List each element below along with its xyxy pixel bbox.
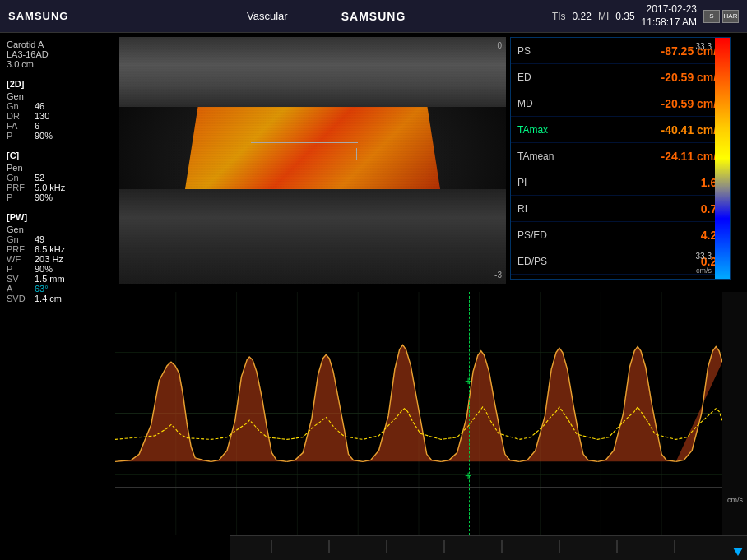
2d-dr-value: 130: [35, 111, 49, 121]
tissue-top: [119, 37, 506, 107]
left-panel: Carotid A LA3-16AD 3.0 cm [2D] Gen Gn 46…: [0, 33, 115, 560]
pw-sv: SV 1.5 mm: [7, 274, 109, 284]
datetime: 2017-02-23 11:58:17 AM: [642, 3, 697, 29]
color-p: P 90%: [7, 192, 109, 202]
timeline-svg: [230, 536, 722, 560]
date-value: 2017-02-23: [642, 3, 697, 16]
pw-a-label: A: [7, 284, 31, 294]
s-icon: S: [703, 10, 720, 23]
pw-a-value: 63°: [35, 284, 49, 294]
2d-fa-value: 6: [35, 121, 39, 131]
main-content: SAMSUNGHS40 0 -3 PS -87.25 cm/s: [115, 33, 747, 560]
2d-gn-value: 46: [35, 101, 44, 111]
depth-0: 0: [497, 41, 502, 50]
pw-gn-label: Gn: [7, 234, 31, 244]
color-p-value: 90%: [35, 192, 53, 202]
2d-title: [2D]: [7, 79, 109, 89]
2d-p-label: P: [7, 131, 31, 141]
2d-gn-label: Gn: [7, 101, 31, 111]
pw-prf-value: 6.5 kHz: [35, 244, 65, 254]
pw-sv-label: SV: [7, 274, 31, 284]
tamax-value: -40.41 cm/s: [661, 123, 724, 137]
pw-svd: SVD 1.4 cm: [7, 294, 109, 303]
pw-sv-value: 1.5 mm: [35, 274, 65, 284]
pw-svd-label: SVD: [7, 294, 31, 303]
ri-label: RI: [517, 203, 575, 215]
mi-label: MI: [598, 11, 609, 22]
md-label: MD: [517, 98, 575, 109]
pw-gn-value: 49: [35, 234, 44, 244]
pw-wf-label: WF: [7, 254, 31, 264]
svg-rect-14: [230, 536, 722, 560]
pw-p-label: P: [7, 264, 31, 274]
md-row: MD -20.59 cm/s: [511, 90, 730, 117]
color-gn-value: 52: [35, 173, 44, 183]
pw-waveform-container: [115, 292, 722, 535]
2d-fa: FA 6: [7, 121, 109, 131]
pw-prf-label: PRF: [7, 244, 31, 254]
pw-p-value: 90%: [35, 264, 53, 274]
color-prf-value: 5.0 kHz: [35, 183, 65, 192]
color-gn: Gn 52: [7, 173, 109, 183]
caliper-v2: [356, 148, 357, 160]
pw-section-left: [PW] Gen Gn 49 PRF 6.5 kHz WF 203 Hz P 9…: [7, 212, 109, 303]
probe-name: Carotid A: [7, 39, 109, 49]
probe-depth: 3.0 cm: [7, 59, 109, 69]
ps-value: -87.25 cm/s: [661, 44, 724, 58]
2d-p-value: 90%: [35, 131, 53, 141]
tamax-label: TAmax: [517, 124, 575, 136]
edps-label: ED/PS: [517, 256, 575, 267]
color-scale-unit: cm/s: [696, 266, 712, 275]
pw-p: P 90%: [7, 264, 109, 274]
color-gradient: [715, 38, 730, 279]
cursor-v2: [469, 292, 470, 535]
tissue-bottom: [119, 189, 506, 284]
2d-dr-label: DR: [7, 111, 31, 121]
ri-row: RI 0.76: [511, 196, 730, 222]
pw-gen: Gen: [7, 224, 109, 234]
color-p-label: P: [7, 192, 31, 202]
pw-wf-value: 203 Hz: [35, 254, 63, 264]
triangle-marker: [733, 548, 743, 556]
pw-scale-unit: cm/s: [727, 496, 743, 504]
probe-info: Carotid A LA3-16AD 3.0 cm: [7, 39, 109, 69]
tis-label: TIs: [552, 11, 566, 22]
pw-a: A 63°: [7, 284, 109, 294]
top-header: SAMSUNG SAMSUNG Vascular TIs 0.22 MI 0.3…: [0, 0, 747, 33]
pw-svd-value: 1.4 cm: [35, 294, 62, 303]
color-prf: PRF 5.0 kHz: [7, 183, 109, 192]
ultrasound-image-container: SAMSUNGHS40 0 -3: [119, 37, 506, 284]
depth-3: -3: [494, 271, 502, 280]
2d-dr: DR 130: [7, 111, 109, 121]
tamean-label: TAmean: [517, 150, 575, 162]
ps-label: PS: [517, 45, 575, 57]
tamean-value: -24.11 cm/s: [661, 150, 724, 163]
pw-wf: WF 203 Hz: [7, 254, 109, 264]
header-icons: S HAR: [703, 10, 739, 23]
pi-row: PI 1.65: [511, 169, 730, 196]
probe-model: LA3-16AD: [7, 49, 109, 59]
header-right: TIs 0.22 MI 0.35 2017-02-23 11:58:17 AM …: [552, 3, 739, 29]
color-scale-bottom: -33.3: [693, 252, 712, 261]
pw-section: + +: [115, 292, 747, 535]
color-scale-bar: [715, 38, 730, 279]
md-value: -20.59 cm/s: [661, 97, 724, 110]
cursor-v1: [387, 292, 387, 535]
pw-prf: PRF 6.5 kHz: [7, 244, 109, 254]
2d-fa-label: FA: [7, 121, 31, 131]
pi-label: PI: [517, 177, 575, 188]
pw-title: [PW]: [7, 212, 109, 222]
color-gn-label: Gn: [7, 173, 31, 183]
color-prf-label: PRF: [7, 183, 31, 192]
pw-svg: [115, 292, 722, 535]
ed-label: ED: [517, 72, 575, 83]
color-flow-region: [185, 107, 440, 189]
caliper-v1: [253, 148, 253, 160]
bmode-canvas: SAMSUNGHS40 0 -3: [119, 37, 506, 284]
tamax-row: TAmax -40.41 cm/s: [511, 117, 730, 143]
measurements-panel: PS -87.25 cm/s ED -20.59 cm/s MD -20.59 …: [510, 37, 731, 280]
tamean-row: TAmean -24.11 cm/s: [511, 143, 730, 169]
ultrasound-section: SAMSUNGHS40 0 -3 PS -87.25 cm/s: [115, 33, 747, 288]
color-pen: Pen: [7, 163, 109, 173]
caliper-h1: [251, 142, 358, 143]
